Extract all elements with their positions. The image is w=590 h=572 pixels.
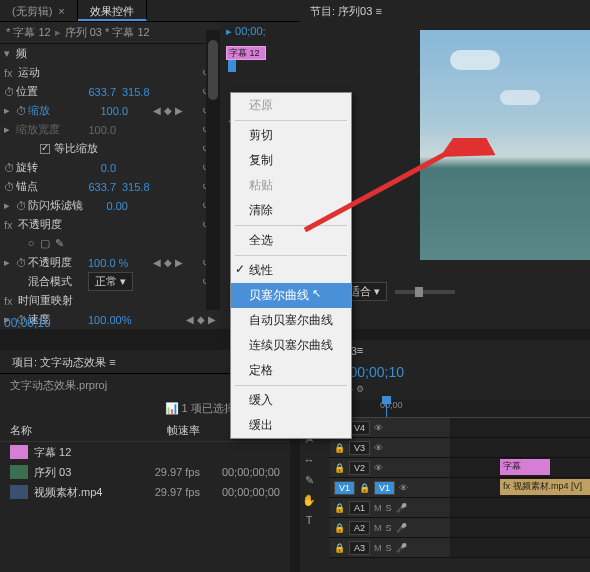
- eye-icon[interactable]: 👁: [399, 483, 408, 493]
- stopwatch-icon[interactable]: ⏱: [4, 86, 16, 98]
- voice-icon[interactable]: 🎤: [396, 503, 407, 513]
- ctx-select-all[interactable]: 全选: [231, 228, 351, 253]
- scrollbar-thumb[interactable]: [208, 40, 218, 100]
- track-body[interactable]: fx 视频素材.mp4 [V]: [450, 478, 590, 497]
- stopwatch-icon[interactable]: ⏱: [4, 181, 16, 193]
- video-preview[interactable]: [420, 30, 590, 260]
- uniform-scale-checkbox[interactable]: [40, 144, 50, 154]
- keyframe-nav[interactable]: ◀ ◆ ▶: [153, 105, 183, 116]
- track-body[interactable]: [450, 518, 590, 537]
- lock-icon[interactable]: 🔒: [334, 503, 345, 513]
- col-name[interactable]: 名称: [10, 423, 140, 438]
- mini-clip-bar[interactable]: 字幕 12: [226, 46, 266, 60]
- ctx-cut[interactable]: 剪切: [231, 123, 351, 148]
- project-item[interactable]: 视频素材.mp4 29.97 fps 00;00;00;00: [0, 482, 290, 502]
- speed-value[interactable]: 100.00%: [88, 314, 131, 326]
- effects-scrollbar[interactable]: [206, 30, 220, 310]
- scale-value[interactable]: 100.0: [88, 105, 128, 117]
- hand-tool-icon[interactable]: ✋: [300, 494, 318, 512]
- disclosure-icon[interactable]: ▸: [4, 123, 16, 136]
- mini-playhead[interactable]: [228, 60, 236, 72]
- track-body[interactable]: [450, 498, 590, 517]
- rect-mask-icon[interactable]: ▢: [38, 237, 52, 251]
- rotation-value[interactable]: 0.0: [76, 162, 116, 174]
- track-label[interactable]: V3: [349, 441, 370, 455]
- track-body[interactable]: [450, 418, 590, 437]
- ctx-hold[interactable]: 定格: [231, 358, 351, 383]
- tab-program[interactable]: 节目: 序列03 ≡: [300, 0, 392, 22]
- source-patch[interactable]: V1: [334, 481, 355, 495]
- pen-tool-icon[interactable]: ✎: [300, 474, 318, 492]
- project-item[interactable]: 字幕 12: [0, 442, 290, 462]
- track-label[interactable]: A3: [349, 541, 370, 555]
- anchor-y[interactable]: 315.8: [122, 181, 162, 193]
- type-tool-icon[interactable]: T: [300, 514, 318, 532]
- timeline-ruler[interactable]: 00;00: [330, 400, 590, 418]
- disclosure-icon[interactable]: ▸: [4, 104, 16, 117]
- track-label[interactable]: V2: [349, 461, 370, 475]
- tab-effect-controls[interactable]: 效果控件: [78, 0, 147, 21]
- time-remap-label[interactable]: 时间重映射: [18, 293, 78, 308]
- mute-icon[interactable]: M: [374, 503, 382, 513]
- fx-icon[interactable]: fx: [4, 67, 18, 79]
- motion-label[interactable]: 运动: [18, 65, 78, 80]
- stopwatch-icon[interactable]: ⏱: [16, 257, 28, 269]
- position-x[interactable]: 633.7: [76, 86, 116, 98]
- track-label[interactable]: V1: [374, 481, 395, 495]
- playhead[interactable]: [386, 400, 387, 417]
- eye-icon[interactable]: 👁: [374, 443, 383, 453]
- eye-icon[interactable]: 👁: [374, 423, 383, 433]
- ctx-cont-bezier[interactable]: 连续贝塞尔曲线: [231, 333, 351, 358]
- mute-icon[interactable]: M: [374, 543, 382, 553]
- keyframe-nav[interactable]: ◀ ◆ ▶: [186, 314, 216, 325]
- ctx-auto-bezier[interactable]: 自动贝塞尔曲线: [231, 308, 351, 333]
- disclosure-icon[interactable]: ▸: [4, 256, 16, 269]
- zoom-thumb[interactable]: [415, 287, 423, 297]
- track-body[interactable]: [450, 438, 590, 457]
- ctx-clear[interactable]: 清除: [231, 198, 351, 223]
- lock-icon[interactable]: 🔒: [334, 543, 345, 553]
- fx-icon[interactable]: fx: [4, 219, 18, 231]
- disclosure-icon[interactable]: ▸: [4, 199, 16, 212]
- mute-icon[interactable]: M: [374, 523, 382, 533]
- track-label[interactable]: V4: [349, 421, 370, 435]
- project-item[interactable]: 序列 03 29.97 fps 00;00;00;00: [0, 462, 290, 482]
- eye-icon[interactable]: 👁: [374, 463, 383, 473]
- zoom-slider[interactable]: [395, 290, 455, 294]
- keyframe-nav[interactable]: ◀ ◆ ▶: [153, 257, 183, 268]
- anchor-x[interactable]: 633.7: [76, 181, 116, 193]
- ctx-bezier[interactable]: 贝塞尔曲线↖: [231, 283, 351, 308]
- track-body[interactable]: [450, 538, 590, 557]
- track-label[interactable]: A2: [349, 521, 370, 535]
- ctx-linear[interactable]: 线性: [231, 258, 351, 283]
- lock-icon[interactable]: 🔒: [359, 483, 370, 493]
- tab-project[interactable]: 项目: 文字动态效果 ≡: [0, 350, 128, 373]
- antiflicker-value[interactable]: 0.00: [88, 200, 128, 212]
- slip-tool-icon[interactable]: ↔: [300, 454, 318, 472]
- solo-icon[interactable]: S: [386, 523, 392, 533]
- pen-mask-icon[interactable]: ✎: [52, 237, 66, 251]
- stopwatch-icon[interactable]: ⏱: [16, 200, 28, 212]
- ctx-ease-in[interactable]: 缓入: [231, 388, 351, 413]
- voice-icon[interactable]: 🎤: [396, 523, 407, 533]
- track-body[interactable]: 字幕: [450, 458, 590, 477]
- timeline-clip-video[interactable]: fx 视频素材.mp4 [V]: [500, 479, 590, 495]
- lock-icon[interactable]: 🔒: [334, 523, 345, 533]
- settings-icon[interactable]: ⚙: [356, 384, 364, 394]
- scale-label[interactable]: 缩放: [28, 103, 88, 118]
- voice-icon[interactable]: 🎤: [396, 543, 407, 553]
- track-label[interactable]: A1: [349, 501, 370, 515]
- ctx-paste[interactable]: 粘贴: [231, 173, 351, 198]
- ctx-copy[interactable]: 复制: [231, 148, 351, 173]
- stopwatch-icon[interactable]: ⏱: [16, 105, 28, 117]
- opacity-value[interactable]: 100.0 %: [88, 257, 128, 269]
- lock-icon[interactable]: 🔒: [334, 443, 345, 453]
- timeline-timecode[interactable]: 00;00;00;10: [330, 364, 590, 380]
- solo-icon[interactable]: S: [386, 503, 392, 513]
- solo-icon[interactable]: S: [386, 543, 392, 553]
- ctx-ease-out[interactable]: 缓出: [231, 413, 351, 438]
- disclosure-icon[interactable]: ▾: [4, 47, 16, 60]
- stopwatch-icon[interactable]: ⏱: [4, 162, 16, 174]
- ctx-restore[interactable]: 还原: [231, 93, 351, 118]
- ellipse-mask-icon[interactable]: ○: [24, 237, 38, 251]
